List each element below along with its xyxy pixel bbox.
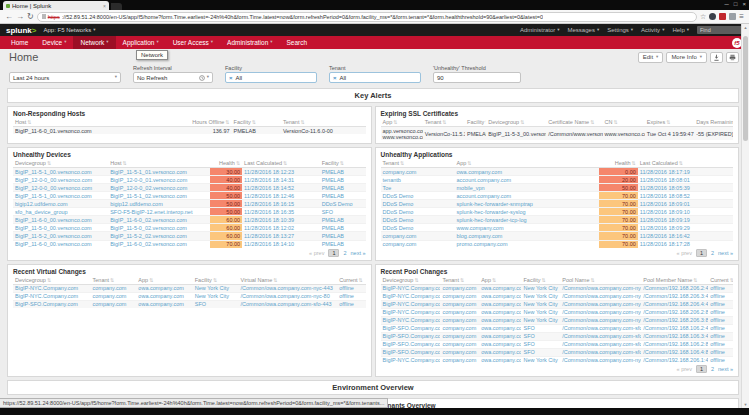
table-link-cell[interactable]: www.company.com xyxy=(455,224,600,232)
table-link-cell[interactable]: offline xyxy=(708,284,733,292)
table-link-cell[interactable]: BigIP_11-6-0_00.versonco.com xyxy=(13,240,108,248)
column-header[interactable]: Tenant⇅ xyxy=(91,276,137,285)
nav-item-home[interactable]: Home xyxy=(4,36,35,49)
table-link-cell[interactable]: bigip12.udfdemo.com xyxy=(108,200,210,208)
table-link-cell[interactable]: SFO xyxy=(521,340,560,348)
refresh-interval-select[interactable]: No Refresh ▾ xyxy=(133,72,213,83)
table-link-cell[interactable]: 11/28/2016 18:09:19 xyxy=(638,216,733,224)
pagination-page-2[interactable]: 2 xyxy=(343,250,346,256)
table-link-cell[interactable]: /Common/192.168.106.4:80 xyxy=(641,348,708,356)
reload-icon[interactable]: ↻ xyxy=(27,13,34,21)
table-link-cell[interactable]: New York City xyxy=(521,356,560,364)
table-link-cell[interactable]: splunk-hec-forwarder-snmptrap xyxy=(455,200,600,208)
table-link-cell[interactable]: BigIP_11-6-0_02.versonco.com xyxy=(108,216,210,224)
nav-item-application[interactable]: Application▾ xyxy=(116,36,166,49)
table-link-cell[interactable]: PMELAB xyxy=(320,224,366,232)
column-header[interactable]: Pool Member Name⇅ xyxy=(641,276,708,285)
table-link-cell[interactable]: BigIP_12-0-0_00.versonco.com xyxy=(13,184,108,192)
table-link-cell[interactable]: PMELAB xyxy=(320,216,366,224)
extension-icon-3[interactable] xyxy=(729,13,736,20)
pagination-next[interactable]: next » xyxy=(351,250,366,256)
remove-token-icon[interactable]: × xyxy=(229,75,233,81)
table-link-cell[interactable]: 11/28/2016 18:09:10 xyxy=(638,208,733,216)
table-link-cell[interactable]: PMELAB xyxy=(320,168,366,176)
table-link-cell[interactable]: /Common/owa.company.com-nyc-80 xyxy=(560,316,641,324)
table-link-cell[interactable]: company.com xyxy=(440,284,479,292)
table-link-cell[interactable]: 11/28/2016 18:14:31 xyxy=(242,176,320,184)
column-header[interactable]: Facility⇅ xyxy=(521,276,560,285)
table-link-cell[interactable]: offline xyxy=(708,340,733,348)
table-link-cell[interactable]: owa.company.com xyxy=(479,340,521,348)
table-link-cell[interactable]: offline xyxy=(337,292,365,300)
table-link-cell[interactable]: SFO-F5-BigIP-12.enet.interop.net xyxy=(108,208,210,216)
table-link-cell[interactable]: DDoS Demo xyxy=(381,208,455,216)
column-header[interactable]: Health⇅ xyxy=(210,159,242,168)
table-link-cell[interactable]: BigIP-SFO.Company.com xyxy=(13,300,91,308)
bookmark-star-icon[interactable]: ☆ xyxy=(700,13,706,21)
table-link-cell[interactable]: owa.company.com xyxy=(136,292,192,300)
table-link-cell[interactable]: BigIP-NYC.Company.com xyxy=(13,284,91,292)
table-link-cell[interactable]: SFO xyxy=(521,348,560,356)
table-link-cell[interactable]: BigIP_12-0-0_01.versonco.com xyxy=(108,176,210,184)
table-link-cell[interactable]: company.com xyxy=(381,168,455,176)
table-link-cell[interactable]: company.com xyxy=(440,340,479,348)
table-link-cell[interactable]: 11/28/2016 18:16:42 xyxy=(638,232,733,240)
table-link-cell[interactable]: mobile_vpn xyxy=(455,184,600,192)
scroll-up-icon[interactable]: ▲ xyxy=(744,25,748,30)
table-link-cell[interactable]: company.com xyxy=(440,332,479,340)
table-link-cell[interactable]: BigIP-NYC.Company.com xyxy=(381,300,441,308)
table-link-cell[interactable]: company.com xyxy=(381,232,455,240)
table-link-cell[interactable]: account.company.com xyxy=(455,192,600,200)
column-header[interactable]: Host⇅ xyxy=(13,118,189,127)
table-link-cell[interactable]: 11/28/2016 18:09:01 xyxy=(638,200,733,208)
column-header[interactable]: Current⇅ xyxy=(708,276,733,285)
table-link-cell[interactable]: BigIP-NYC.Company.com xyxy=(13,292,91,300)
table-link-cell[interactable]: 11/28/2016 18:09:29 xyxy=(638,224,733,232)
table-link-cell[interactable]: BigIP_11-5-1_01.versonco.com xyxy=(108,168,210,176)
column-header[interactable]: Tenant⇅ xyxy=(281,118,366,127)
column-header[interactable]: App⇅ xyxy=(381,118,423,127)
table-link-cell[interactable]: New York City xyxy=(521,284,560,292)
table-link-cell[interactable]: tenantb xyxy=(381,176,455,184)
table-link-cell[interactable]: owa.company.com xyxy=(479,348,521,356)
table-link-cell[interactable]: 11/28/2016 18:16:35 xyxy=(242,208,320,216)
table-link-cell[interactable]: BigIP_12-0-0_00.versonco.com xyxy=(13,176,108,184)
table-link-cell[interactable]: BigIP_11-5-1_02.versonco.com xyxy=(108,192,210,200)
table-link-cell[interactable]: offline xyxy=(708,332,733,340)
table-link-cell[interactable]: /Common/owa.company.com-nyc-443 xyxy=(560,356,641,364)
pagination-page-1[interactable]: 1 xyxy=(328,249,339,257)
table-link-cell[interactable]: BigIP_11-5-2_00.versonco.com xyxy=(13,232,108,240)
table-link-cell[interactable]: offline xyxy=(708,324,733,332)
pagination-prev[interactable]: « prev xyxy=(309,250,324,256)
scrollbar-thumb[interactable] xyxy=(743,36,748,141)
table-link-cell[interactable]: /Common/192.168.206.3:80 xyxy=(641,316,708,324)
table-link-cell[interactable]: /Common/owa.company.com-nyc-443 xyxy=(239,284,338,292)
table-link-cell[interactable]: New York City xyxy=(193,284,239,292)
tenant-input[interactable]: × All xyxy=(329,72,421,83)
table-link-cell[interactable]: sfo_ha_device_group xyxy=(13,208,108,216)
table-link-cell[interactable]: offline xyxy=(708,308,733,316)
table-link-cell[interactable]: company.com xyxy=(440,356,479,364)
topbar-menu-administrator[interactable]: Administrator▾ xyxy=(520,27,560,33)
table-link-cell[interactable]: DDoS Demo xyxy=(381,192,455,200)
pagination-page-2[interactable]: 2 xyxy=(711,250,714,256)
table-link-cell[interactable]: PMELAB xyxy=(320,176,366,184)
pagination-page-1[interactable]: 1 xyxy=(696,365,707,373)
column-header[interactable]: Tenant⇅ xyxy=(381,159,455,168)
table-link-cell[interactable]: BigIP_11-5-1_00.versonco.com xyxy=(13,168,108,176)
table-link-cell[interactable]: offline xyxy=(708,356,733,364)
table-link-cell[interactable]: 11/28/2016 18:12:02 xyxy=(242,224,320,232)
table-link-cell[interactable]: New York City xyxy=(521,308,560,316)
column-header[interactable]: Tenant⇅ xyxy=(423,118,465,127)
window-maximize-button[interactable]: □ xyxy=(734,1,738,7)
table-link-cell[interactable]: /Common/owa.company.com-sfo-443 xyxy=(560,332,641,340)
forward-icon[interactable]: → xyxy=(16,13,24,21)
table-link-cell[interactable]: PMELAB xyxy=(320,192,366,200)
table-link-cell[interactable]: offline xyxy=(708,348,733,356)
table-link-cell[interactable]: 11/28/2016 18:17:19 xyxy=(638,168,733,176)
table-link-cell[interactable]: company.com xyxy=(91,284,137,292)
facility-input[interactable]: × All xyxy=(225,72,317,83)
pagination-next[interactable]: next » xyxy=(718,250,733,256)
table-link-cell[interactable]: offline xyxy=(337,300,365,308)
topbar-menu-messages[interactable]: Messages▾ xyxy=(568,27,600,33)
